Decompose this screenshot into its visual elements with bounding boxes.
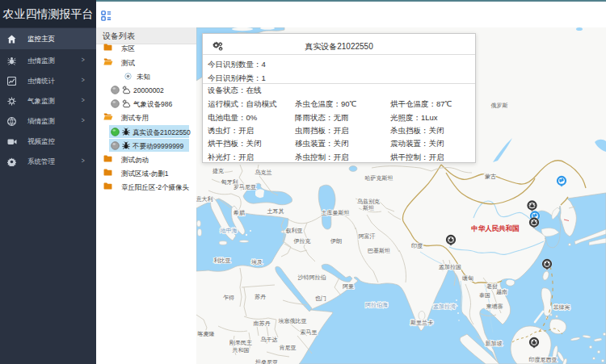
svg-text:缅甸: 缅甸 xyxy=(462,275,473,282)
svg-text:也门: 也门 xyxy=(315,295,326,301)
svg-text:斯坦: 斯坦 xyxy=(363,205,374,211)
svg-text:阿拉伯海: 阿拉伯海 xyxy=(365,302,388,308)
svg-text:泰国: 泰国 xyxy=(479,292,490,299)
svg-text:伊朗: 伊朗 xyxy=(330,238,342,244)
svg-text:乌干达: 乌干达 xyxy=(261,337,278,342)
svg-text:索马里: 索马里 xyxy=(301,329,318,335)
svg-text:越南: 越南 xyxy=(496,289,507,295)
svg-text:罗马尼亚: 罗马尼亚 xyxy=(234,184,256,190)
svg-text:捷克: 捷克 xyxy=(213,168,224,174)
svg-text:新加坡: 新加坡 xyxy=(486,340,503,346)
svg-text:阿曼: 阿曼 xyxy=(343,283,354,290)
svg-text:苏丹: 苏丹 xyxy=(255,294,266,299)
svg-text:叙利亚: 叙利亚 xyxy=(286,228,303,234)
svg-text:埃塞俄比亚: 埃塞俄比亚 xyxy=(278,318,307,324)
svg-text:喀麦隆: 喀麦隆 xyxy=(198,331,215,337)
svg-text:意大利: 意大利 xyxy=(196,196,213,203)
svg-text:希腊: 希腊 xyxy=(233,210,245,216)
svg-text:埃及: 埃及 xyxy=(250,259,263,265)
svg-text:坦桑尼亚: 坦桑尼亚 xyxy=(255,359,278,364)
svg-text:南苏丹: 南苏丹 xyxy=(254,320,271,326)
svg-text:菲律宾: 菲律宾 xyxy=(553,304,570,311)
svg-text:中华人民共和国: 中华人民共和国 xyxy=(471,224,520,232)
svg-text:利比亚: 利比亚 xyxy=(214,257,231,264)
svg-text:孟加拉国: 孟加拉国 xyxy=(439,264,461,270)
svg-text:阿富汗: 阿富汗 xyxy=(359,232,376,240)
svg-text:斯里兰卡: 斯里兰卡 xyxy=(410,320,433,326)
svg-text:印度尼西亚: 印度尼西亚 xyxy=(529,357,558,363)
svg-text:乌兹别克: 乌兹别克 xyxy=(357,199,380,205)
svg-text:土库曼斯坦: 土库曼斯坦 xyxy=(322,210,350,216)
svg-text:土耳其: 土耳其 xyxy=(267,208,284,215)
svg-text:蒙古: 蒙古 xyxy=(485,174,496,180)
svg-text:乍得: 乍得 xyxy=(223,295,234,301)
svg-text:印度: 印度 xyxy=(411,243,423,249)
svg-text:柬埔寨: 柬埔寨 xyxy=(486,303,503,310)
svg-text:巴基斯坦: 巴基斯坦 xyxy=(368,248,390,253)
svg-text:肯尼亚: 肯尼亚 xyxy=(280,345,297,350)
svg-text:共和国: 共和国 xyxy=(233,347,250,354)
svg-text:刚果民主: 刚果民主 xyxy=(229,339,252,346)
svg-text:沙特阿拉伯: 沙特阿拉伯 xyxy=(298,274,326,281)
svg-text:哈萨克斯坦: 哈萨克斯坦 xyxy=(365,175,393,182)
svg-text:乌克兰: 乌克兰 xyxy=(255,169,272,176)
svg-text:孟加拉湾: 孟加拉湾 xyxy=(433,303,456,310)
svg-text:伊拉克: 伊拉克 xyxy=(294,238,311,245)
svg-text:俄罗斯: 俄罗斯 xyxy=(491,103,508,109)
svg-text:地中海: 地中海 xyxy=(220,228,238,234)
